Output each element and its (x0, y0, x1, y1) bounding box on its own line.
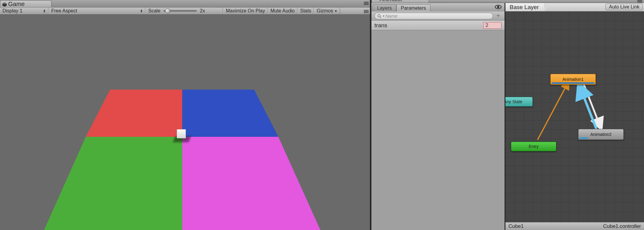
svg-rect-6 (364, 11, 369, 12)
parameters-column: Layers Parameters ▾ Name + (371, 3, 505, 230)
svg-line-18 (380, 17, 381, 18)
parameter-search-input[interactable]: ▾ Name (374, 13, 493, 19)
status-controller-name: Cube1.controller (603, 223, 641, 229)
svg-rect-7 (364, 12, 369, 13)
auto-live-link-button[interactable]: Auto Live Link (605, 4, 643, 10)
stats-button[interactable]: Stats (297, 8, 314, 14)
game-panel: Game Display 1 ▲▼ Free Aspect ▲▼ Scale 2… (0, 0, 371, 230)
plus-icon: + (496, 12, 500, 19)
breadcrumb-base-layer[interactable]: Base Layer (505, 3, 544, 11)
tab-game-label: Game (8, 1, 25, 8)
node-animation1-progress (552, 82, 595, 84)
parameter-name: trans (374, 22, 387, 29)
parameter-value-field[interactable]: 2 (483, 22, 501, 29)
add-parameter-button[interactable]: + (495, 13, 501, 19)
scale-slider-thumb[interactable] (165, 8, 170, 13)
scale-slider[interactable] (163, 10, 197, 12)
dropdown-arrows-icon: ▲▼ (43, 9, 46, 13)
game-toolbar: Display 1 ▲▼ Free Aspect ▲▼ Scale 2x Max… (0, 7, 370, 15)
gizmos-label: Gizmos (317, 8, 333, 14)
parameters-subtabs: Layers Parameters (371, 3, 505, 12)
svg-marker-10 (42, 137, 182, 230)
scale-value: 2x (200, 8, 205, 14)
node-animation2-label: Animation2 (590, 132, 612, 137)
svg-marker-11 (182, 137, 322, 230)
subtab-parameters[interactable]: Parameters (396, 4, 431, 12)
animator-status-bar: Cube1 Cube1.controller (505, 222, 644, 230)
search-dropdown-icon: ▾ (383, 14, 384, 18)
svg-rect-3 (364, 3, 369, 4)
scale-control: Scale 2x (146, 8, 223, 14)
game-scene (0, 15, 370, 230)
svg-point-16 (497, 6, 499, 8)
svg-point-17 (378, 14, 380, 17)
mute-audio-button[interactable]: Mute Audio (268, 8, 297, 14)
tab-game[interactable]: Game (0, 0, 52, 7)
gizmos-dropdown[interactable]: Gizmos ▼ (314, 8, 340, 14)
maximize-on-play-button[interactable]: Maximize On Play (223, 8, 268, 14)
tab-animator[interactable]: Animator (371, 0, 429, 3)
graph-grid (505, 12, 644, 222)
tab-animator-label: Animator (380, 0, 403, 3)
chevron-down-icon: ▼ (334, 9, 337, 13)
display-dropdown[interactable]: Display 1 ▲▼ (0, 8, 49, 14)
scale-label: Scale (148, 8, 160, 14)
parameter-row-trans[interactable]: trans 2 (371, 21, 505, 30)
panel-menu-icon[interactable] (364, 9, 369, 13)
subtab-layers[interactable]: Layers (373, 4, 396, 12)
graph-column: Base Layer Auto Live Link (505, 3, 644, 230)
dropdown-arrows-icon: ▲▼ (140, 9, 143, 13)
state-graph[interactable]: Any State Entry Animation1 Animation2 (505, 12, 644, 222)
node-any-state[interactable]: Any State (505, 97, 533, 107)
svg-marker-8 (86, 90, 182, 137)
game-tab-row: Game (0, 0, 370, 7)
search-placeholder: Name (385, 13, 397, 18)
node-entry[interactable]: Entry (511, 142, 556, 151)
aspect-dropdown[interactable]: Free Aspect ▲▼ (49, 8, 146, 14)
eye-icon[interactable] (495, 4, 501, 10)
display-label: Display 1 (2, 8, 22, 14)
svg-rect-2 (364, 2, 369, 2)
node-animation1-label: Animation1 (562, 77, 584, 82)
aspect-label: Free Aspect (51, 8, 77, 14)
player-cube (177, 129, 186, 138)
parameters-empty-area (371, 30, 505, 230)
panel-menu-icon[interactable] (364, 1, 369, 5)
unity-logo-icon (2, 2, 7, 6)
breadcrumb-row: Base Layer Auto Live Link (505, 3, 644, 12)
svg-rect-4 (364, 4, 369, 5)
node-entry-label: Entry (529, 144, 539, 149)
node-animation2[interactable]: Animation2 (578, 129, 624, 140)
svg-rect-5 (364, 10, 369, 11)
parameter-search-row: ▾ Name + (371, 12, 505, 21)
game-view[interactable] (0, 15, 370, 230)
animator-tab-row: Animator (371, 0, 644, 3)
search-icon (377, 14, 381, 18)
svg-rect-13 (637, 2, 642, 2)
node-any-state-label: Any State (505, 99, 522, 104)
svg-rect-12 (637, 0, 642, 1)
status-object-name: Cube1 (508, 223, 524, 229)
node-animation2-progress (579, 137, 588, 139)
animator-panel: Animator Layers Parameters (371, 0, 644, 230)
svg-marker-9 (182, 90, 278, 137)
node-animation1[interactable]: Animation1 (550, 74, 596, 85)
